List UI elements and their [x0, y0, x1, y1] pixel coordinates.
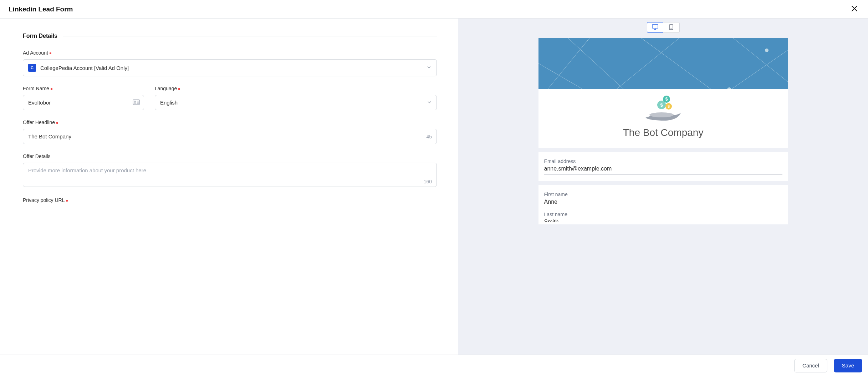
privacy-url-label: Privacy policy URL [23, 197, 437, 203]
preview-lastname-label: Last name [544, 212, 782, 217]
language-select[interactable]: English [155, 95, 437, 110]
chevron-down-icon [427, 65, 432, 71]
preview-email-label: Email address [544, 158, 782, 164]
mobile-view-button[interactable] [663, 22, 680, 33]
close-icon [851, 8, 858, 13]
offer-details-label: Offer Details [23, 153, 437, 159]
preview-lastname-value: Smith [544, 219, 782, 222]
ad-account-value: CollegePedia Account [Valid Ad Only] [40, 65, 129, 71]
offer-details-input[interactable] [23, 163, 437, 187]
svg-rect-7 [652, 25, 658, 28]
preview-firstname-label: First name [544, 192, 782, 197]
desktop-icon [652, 24, 658, 31]
desktop-view-button[interactable] [647, 22, 663, 33]
account-avatar: C [28, 64, 36, 72]
svg-point-3 [134, 101, 136, 102]
offer-details-counter: 160 [424, 179, 432, 184]
save-button[interactable]: Save [834, 359, 862, 372]
offer-headline-label: Offer Headline [23, 120, 437, 125]
offer-headline-input[interactable] [23, 129, 437, 144]
ad-account-select[interactable]: C CollegePedia Account [Valid Ad Only] [23, 59, 437, 76]
device-toggle [647, 22, 680, 33]
preview-email-value: anne.smith@example.com [544, 166, 782, 174]
form-preview: $ $ $ The Bot Company Email address ann [538, 36, 788, 355]
svg-text:$: $ [665, 97, 668, 102]
page-title: Linkedin Lead Form [9, 5, 73, 13]
ad-account-label: Ad Account [23, 50, 437, 56]
form-name-label: Form Name [23, 86, 144, 91]
preview-headline: The Bot Company [544, 127, 782, 138]
cancel-button[interactable]: Cancel [794, 359, 827, 372]
divider [63, 36, 437, 36]
preview-firstname-value: Anne [544, 199, 782, 205]
language-label: Language [155, 86, 437, 91]
svg-point-21 [765, 49, 769, 52]
section-title: Form Details [23, 33, 57, 39]
svg-text:$: $ [668, 105, 670, 108]
id-card-icon [133, 99, 140, 106]
mobile-icon [669, 24, 673, 31]
svg-point-28 [649, 112, 674, 117]
offer-headline-counter: 45 [427, 134, 432, 139]
company-logo: $ $ $ [642, 89, 685, 125]
svg-text:$: $ [660, 102, 663, 108]
close-button[interactable] [849, 4, 859, 15]
form-name-input[interactable] [23, 95, 144, 110]
